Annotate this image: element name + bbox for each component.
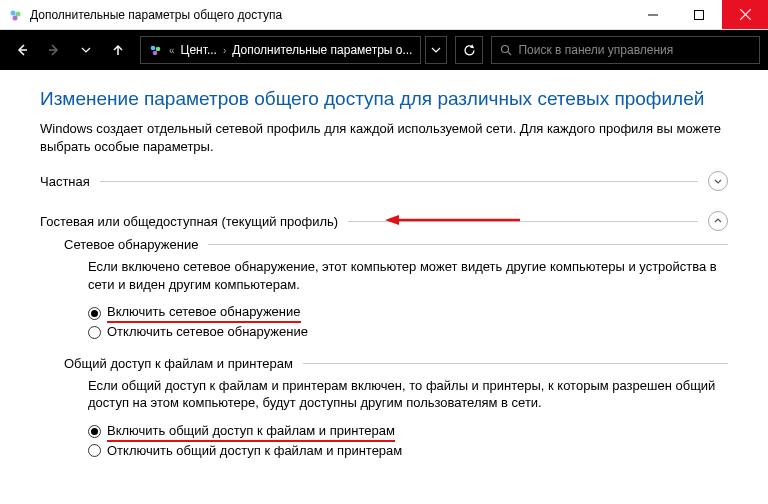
breadcrumb-item[interactable]: Цент... bbox=[181, 43, 217, 57]
chevron-right-icon: « bbox=[169, 45, 175, 56]
forward-button[interactable] bbox=[40, 36, 68, 64]
minimize-button[interactable] bbox=[630, 0, 676, 29]
radio-sharing-on[interactable]: Включить общий доступ к файлам и принтер… bbox=[88, 422, 728, 442]
recent-button[interactable] bbox=[72, 36, 100, 64]
section-label: Частная bbox=[40, 174, 90, 189]
search-icon bbox=[500, 44, 512, 56]
subsection-file-printer-sharing: Общий доступ к файлам и принтерам bbox=[64, 356, 728, 371]
radio-label: Включить общий доступ к файлам и принтер… bbox=[107, 422, 395, 442]
back-button[interactable] bbox=[8, 36, 36, 64]
svg-point-2 bbox=[13, 15, 18, 20]
breadcrumb-item[interactable]: Дополнительные параметры о... bbox=[232, 43, 412, 57]
svg-point-10 bbox=[151, 46, 156, 51]
close-button[interactable] bbox=[722, 0, 768, 29]
chevron-up-icon[interactable] bbox=[708, 211, 728, 231]
search-input[interactable]: Поиск в панели управления bbox=[491, 36, 760, 64]
page-description: Windows создает отдельный сетевой профил… bbox=[40, 120, 728, 155]
radio-label: Отключить сетевое обнаружение bbox=[107, 323, 308, 341]
radio-icon bbox=[88, 425, 101, 438]
dropdown-button[interactable] bbox=[425, 36, 447, 64]
radio-sharing-off[interactable]: Отключить общий доступ к файлам и принте… bbox=[88, 442, 728, 460]
radio-label: Отключить общий доступ к файлам и принте… bbox=[107, 442, 402, 460]
svg-marker-16 bbox=[385, 215, 399, 225]
radio-icon bbox=[88, 444, 101, 457]
svg-point-13 bbox=[502, 46, 509, 53]
annotation-arrow-icon bbox=[385, 213, 525, 227]
section-label: Гостевая или общедоступная (текущий проф… bbox=[40, 214, 338, 229]
svg-point-11 bbox=[156, 47, 161, 52]
subsection-network-discovery: Сетевое обнаружение bbox=[64, 237, 728, 252]
toolbar: « Цент... › Дополнительные параметры о..… bbox=[0, 30, 768, 70]
svg-point-1 bbox=[16, 11, 21, 16]
address-bar[interactable]: « Цент... › Дополнительные параметры о..… bbox=[140, 36, 421, 64]
svg-rect-4 bbox=[695, 10, 704, 19]
chevron-down-icon[interactable] bbox=[708, 171, 728, 191]
chevron-right-icon: › bbox=[223, 45, 226, 56]
titlebar: Дополнительные параметры общего доступа bbox=[0, 0, 768, 30]
radio-icon bbox=[88, 307, 101, 320]
radio-discovery-off[interactable]: Отключить сетевое обнаружение bbox=[88, 323, 728, 341]
svg-point-12 bbox=[153, 51, 158, 56]
page-title: Изменение параметров общего доступа для … bbox=[40, 88, 728, 110]
content-area: Изменение параметров общего доступа для … bbox=[0, 70, 768, 484]
section-private[interactable]: Частная bbox=[40, 171, 728, 191]
window-title: Дополнительные параметры общего доступа bbox=[30, 8, 630, 22]
subsection-description: Если общий доступ к файлам и принтерам в… bbox=[88, 377, 728, 412]
radio-label: Включить сетевое обнаружение bbox=[107, 303, 301, 323]
maximize-button[interactable] bbox=[676, 0, 722, 29]
radio-discovery-on[interactable]: Включить сетевое обнаружение bbox=[88, 303, 728, 323]
svg-point-0 bbox=[11, 10, 16, 15]
up-button[interactable] bbox=[104, 36, 132, 64]
refresh-button[interactable] bbox=[455, 36, 483, 64]
network-icon bbox=[149, 43, 163, 57]
search-placeholder: Поиск в панели управления bbox=[518, 43, 673, 57]
section-guest-public[interactable]: Гостевая или общедоступная (текущий проф… bbox=[40, 211, 728, 231]
svg-line-14 bbox=[508, 52, 511, 55]
radio-icon bbox=[88, 326, 101, 339]
subsection-description: Если включено сетевое обнаружение, этот … bbox=[88, 258, 728, 293]
window-icon bbox=[8, 7, 24, 23]
